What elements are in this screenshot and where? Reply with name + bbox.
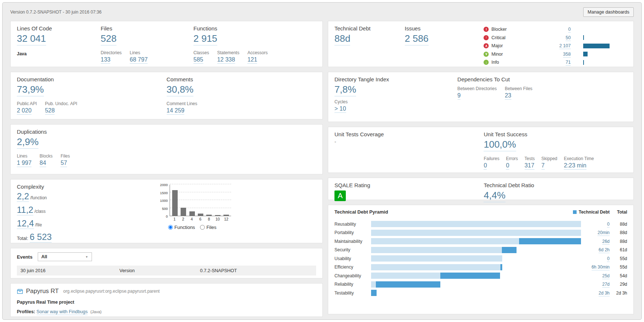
characteristic-label: Reliability [334, 282, 371, 287]
tangle-index-value[interactable]: 7,8% [334, 84, 356, 96]
severity-bar-area [583, 52, 627, 56]
x-tick-label: 10 [215, 217, 221, 221]
y-tick-label: 1500 [160, 191, 168, 195]
issues-label: Issues [405, 25, 484, 32]
severity-row: ↓Info71 [484, 58, 627, 67]
radio-functions-input[interactable] [168, 225, 173, 230]
debt-value-link[interactable]: 26d [602, 239, 610, 245]
project-panel: Papyrus RT org.eclipse.papyrusrt:org.ecl… [10, 283, 323, 317]
directories-value[interactable]: 133 [101, 56, 111, 64]
lines-of-code-label: Lines Of Code [17, 25, 101, 32]
debt-value-link[interactable]: 0 [607, 222, 610, 227]
lines-label: Lines [130, 50, 148, 55]
profile-link[interactable]: Sonar way with Findbugs [37, 309, 88, 315]
remaining-debt-bar [371, 255, 502, 262]
histogram-bar [172, 190, 178, 216]
remaining-debt-bar [371, 221, 581, 227]
pyramid-row: Portability20min88d [334, 229, 627, 237]
failures-value[interactable]: 0 [484, 162, 487, 170]
characteristic-label: Usability [334, 256, 371, 261]
histogram-bar [181, 208, 186, 216]
info-icon: ↓ [484, 60, 489, 65]
public-api-label: Public API [17, 101, 37, 106]
functions-block: Functions 2 915 Classes 585 Statements 1… [193, 25, 316, 64]
complexity-class-value[interactable]: 11,2 [17, 205, 33, 215]
statements-value[interactable]: 12 338 [217, 56, 235, 64]
pyramid-row: Usability055d [334, 254, 627, 263]
between-directories-value[interactable]: 9 [458, 92, 461, 100]
between-files-value[interactable]: 23 [505, 92, 511, 100]
radio-files-input[interactable] [200, 225, 205, 230]
comment-lines-value[interactable]: 14 259 [167, 107, 185, 115]
pyramid-rows: Reusability088dPortability20min88dMainta… [334, 220, 627, 297]
dup-lines-value[interactable]: 1 997 [17, 160, 32, 167]
sqale-rating-badge[interactable]: A [334, 190, 346, 201]
debt-value-link[interactable]: 25d [602, 273, 610, 279]
debt-value-link[interactable]: 0 [607, 256, 610, 262]
documentation-value[interactable]: 73,9% [17, 84, 44, 96]
complexity-file-value[interactable]: 12,4 [17, 218, 34, 229]
project-name[interactable]: Papyrus RT [26, 288, 59, 295]
technical-debt-value[interactable]: 88d [334, 33, 350, 45]
debt-value-link[interactable]: 27d [602, 282, 610, 288]
errors-value[interactable]: 0 [506, 162, 509, 170]
skipped-value[interactable]: 7 [541, 162, 545, 170]
public-api-value[interactable]: 2 020 [17, 107, 32, 115]
issues-block: Issues 2 586 [405, 25, 484, 67]
remaining-debt-bar [371, 230, 581, 236]
severity-count-link[interactable]: 71 [566, 60, 571, 66]
characteristic-debt-bar [519, 238, 581, 244]
classes-value[interactable]: 585 [193, 56, 203, 64]
complexity-total: Total:6 523 [17, 232, 316, 242]
severity-count-link[interactable]: 50 [566, 35, 571, 41]
errors-label: Errors [506, 156, 518, 161]
debt-value-link[interactable]: 6h 30min [592, 264, 610, 270]
dup-blocks-value[interactable]: 84 [40, 160, 46, 167]
radio-functions-label: Functions [174, 225, 195, 230]
severity-count-link[interactable]: 2 107 [559, 43, 571, 49]
accessors-value[interactable]: 121 [247, 56, 257, 64]
issues-value[interactable]: 2 586 [405, 33, 429, 45]
lines-of-code-value[interactable]: 32 041 [17, 33, 46, 45]
manage-dashboards-button[interactable]: Manage dashboards [583, 7, 634, 17]
test-success-value[interactable]: 100,0% [484, 138, 516, 151]
complexity-function-value[interactable]: 2,2 [17, 191, 29, 202]
severity-count-link[interactable]: 0 [568, 27, 571, 33]
comment-lines-label: Comment Lines [167, 101, 197, 106]
complexity-total-value[interactable]: 6 523 [30, 232, 52, 243]
radio-files[interactable]: Files [200, 225, 216, 230]
pub-undoc-api-value[interactable]: 528 [45, 107, 55, 115]
radio-functions[interactable]: Functions [168, 225, 195, 230]
execution-time-value[interactable]: 2:23 min [564, 162, 586, 170]
dup-files-value[interactable]: 57 [60, 160, 67, 167]
total-value: 29d [610, 282, 627, 287]
duplications-value[interactable]: 2,9% [17, 136, 38, 149]
pyramid-row: Reusability088d [334, 220, 627, 229]
events-filter-dropdown[interactable]: All ▼ [38, 252, 92, 261]
y-tick-label: 2000 [160, 183, 168, 187]
pyramid-row: Maintainability26d88d [334, 237, 627, 246]
tangle-index-label: Directory Tangle Index [334, 76, 458, 82]
comments-value[interactable]: 30,8% [167, 84, 194, 96]
debt-value-link[interactable]: 20min [597, 230, 610, 236]
debt-value-link[interactable]: 2d 3h [599, 290, 610, 296]
pyramid-bar [371, 238, 581, 244]
tests-value[interactable]: 317 [525, 162, 534, 170]
pyramid-title: Technical Debt Pyramid [334, 209, 388, 215]
documentation-block: Documentation 73,9% Public API 2 020 Pub… [17, 76, 167, 115]
issues-panel: Technical Debt 88d Issues 2 586 !Blocker… [328, 21, 634, 67]
characteristic-label: Portability [334, 230, 371, 235]
debt-ratio-value[interactable]: 4,4% [484, 189, 505, 202]
lines-value[interactable]: 68 797 [130, 56, 148, 64]
dup-blocks-stat: Blocks 84 [40, 153, 52, 167]
errors-stat: Errors 0 [506, 156, 518, 170]
project-profiles: Profiles: Sonar way with Findbugs (Java) [17, 309, 316, 314]
skipped-label: Skipped [541, 156, 557, 161]
severity-count-link[interactable]: 358 [563, 52, 571, 58]
debt-value-link[interactable]: 6d 2h [599, 247, 610, 253]
files-value[interactable]: 528 [101, 33, 116, 45]
complexity-panel: Complexity 2,2/function 11,2/class 12,4/… [10, 179, 323, 243]
cycles-value[interactable]: > 10 [334, 106, 346, 113]
legend-total-label: Total [617, 210, 627, 215]
functions-value[interactable]: 2 915 [193, 33, 217, 45]
